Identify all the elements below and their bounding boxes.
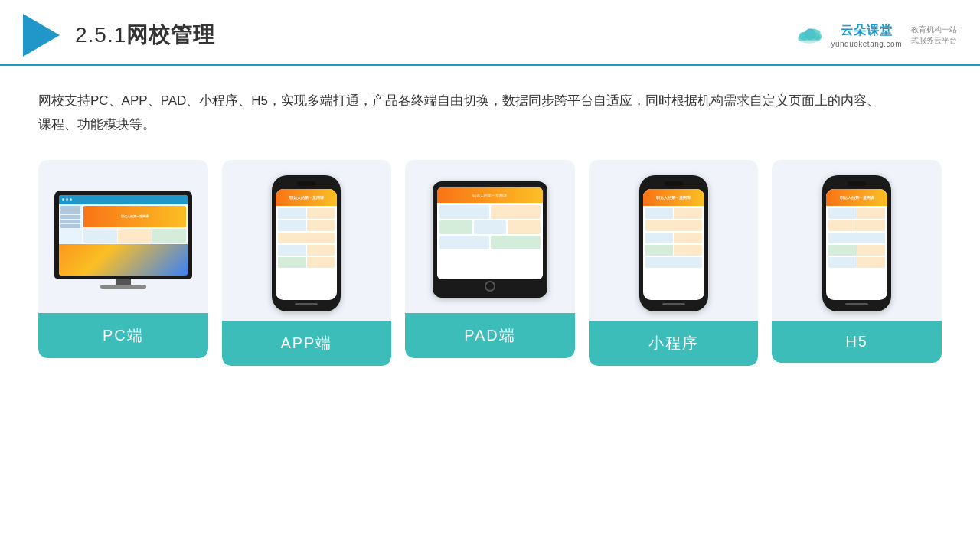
h5-phone-screen: 职达人的第一堂网课 bbox=[826, 189, 887, 300]
miniapp-phone-outer: 职达人的第一堂网课 bbox=[639, 175, 708, 311]
pc-dot bbox=[70, 198, 72, 201]
header-left: 2.5.1网校管理 bbox=[23, 14, 215, 57]
pad-home-button bbox=[485, 281, 495, 292]
pc-stand bbox=[116, 279, 131, 285]
card-pad: 职达人的第一堂网课 bbox=[405, 160, 575, 358]
miniapp-phone-mockup: 职达人的第一堂网课 bbox=[639, 175, 708, 311]
h5-image-area: 职达人的第一堂网课 bbox=[772, 160, 942, 321]
logo-brand: 云朵课堂 bbox=[841, 23, 893, 39]
pc-mockup: 职达人的第一堂网课 bbox=[54, 191, 192, 289]
pc-base bbox=[100, 285, 146, 289]
pad-label: PAD端 bbox=[405, 313, 575, 358]
card-miniapp: 职达人的第一堂网课 bbox=[589, 160, 759, 366]
pad-screen: 职达人的第一堂网课 bbox=[437, 187, 543, 279]
play-icon bbox=[23, 14, 60, 57]
pc-sidebar bbox=[59, 204, 82, 244]
cloud-icon bbox=[794, 23, 825, 47]
pc-banner: 职达人的第一堂网课 bbox=[83, 206, 186, 227]
pad-mockup: 职达人的第一堂网课 bbox=[433, 181, 547, 298]
pad-image-area: 职达人的第一堂网课 bbox=[405, 160, 575, 313]
pc-dot bbox=[62, 198, 64, 201]
app-phone-screen: 职达人的第一堂网课 bbox=[276, 189, 337, 300]
miniapp-phone-screen: 职达人的第一堂网课 bbox=[643, 189, 704, 300]
pc-top-bar bbox=[59, 195, 188, 204]
pc-dot bbox=[66, 198, 68, 201]
app-image-area: 职达人的第一堂网课 bbox=[222, 160, 392, 321]
pc-screen-outer: 职达人的第一堂网课 bbox=[54, 191, 192, 279]
h5-home-bar bbox=[845, 303, 868, 305]
miniapp-label: 小程序 bbox=[589, 321, 759, 366]
miniapp-image-area: 职达人的第一堂网课 bbox=[589, 160, 759, 321]
description-text: 网校支持PC、APP、PAD、小程序、H5，实现多端打通，产品各终端自由切换，数… bbox=[38, 89, 880, 137]
app-home-bar bbox=[295, 303, 318, 305]
logo-text-area: 云朵课堂 yunduoketang.com bbox=[831, 23, 902, 48]
app-phone-mockup: 职达人的第一堂网课 bbox=[272, 175, 341, 311]
h5-phone-mockup: 职达人的第一堂网课 bbox=[822, 175, 891, 311]
h5-label: H5 bbox=[772, 321, 942, 363]
card-app: 职达人的第一堂网课 bbox=[222, 160, 392, 366]
logo-tagline: 教育机构一站式服务云平台 bbox=[911, 24, 957, 46]
pc-screen-inner: 职达人的第一堂网课 bbox=[59, 195, 188, 276]
miniapp-phone-notch bbox=[665, 181, 683, 186]
page-header: 2.5.1网校管理 云朵课堂 yunduoketang.com 教育机构一站式服… bbox=[0, 0, 980, 66]
main-content: 网校支持PC、APP、PAD、小程序、H5，实现多端打通，产品各终端自由切换，数… bbox=[0, 66, 980, 381]
card-h5: 职达人的第一堂网课 bbox=[772, 160, 942, 363]
section-number: 2.5.1 bbox=[75, 23, 126, 47]
miniapp-home-bar bbox=[662, 303, 685, 305]
app-phone-notch bbox=[297, 181, 315, 186]
pad-outer: 职达人的第一堂网课 bbox=[433, 181, 547, 298]
app-phone-outer: 职达人的第一堂网课 bbox=[272, 175, 341, 311]
h5-phone-notch bbox=[848, 181, 866, 186]
card-pc: 职达人的第一堂网课 bbox=[38, 160, 208, 358]
title-text: 网校管理 bbox=[126, 23, 215, 47]
device-cards-grid: 职达人的第一堂网课 bbox=[38, 160, 942, 366]
pc-label: PC端 bbox=[38, 313, 208, 358]
h5-phone-outer: 职达人的第一堂网课 bbox=[822, 175, 891, 311]
pc-body: 职达人的第一堂网课 bbox=[59, 204, 188, 244]
app-label: APP端 bbox=[222, 321, 392, 366]
page-title: 2.5.1网校管理 bbox=[75, 21, 215, 50]
logo-area: 云朵课堂 yunduoketang.com 教育机构一站式服务云平台 bbox=[794, 23, 957, 48]
logo-url: yunduoketang.com bbox=[831, 40, 902, 48]
pc-image-area: 职达人的第一堂网课 bbox=[38, 160, 208, 313]
pc-main: 职达人的第一堂网课 bbox=[82, 204, 188, 244]
